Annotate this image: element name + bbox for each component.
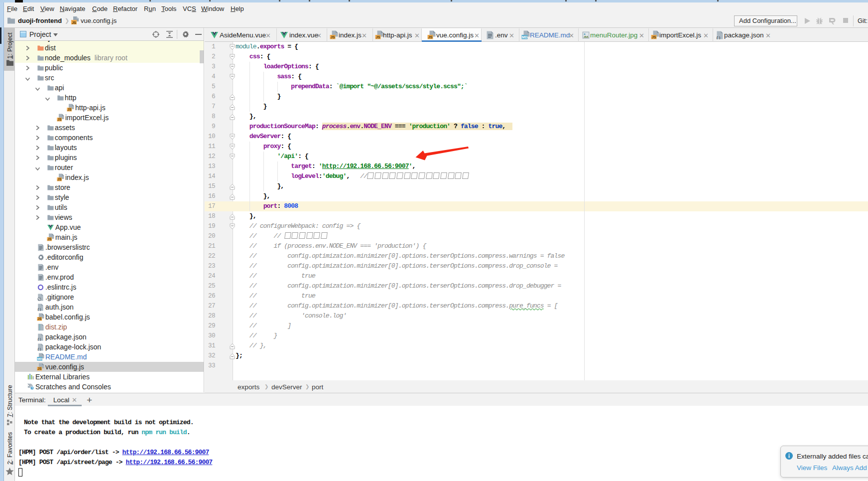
svg-text:JS: JS: [72, 21, 76, 24]
